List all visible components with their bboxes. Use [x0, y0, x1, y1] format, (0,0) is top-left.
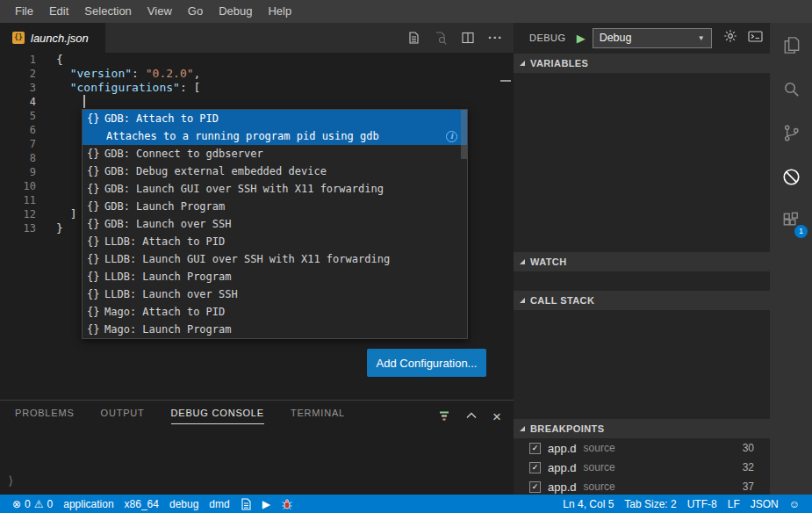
start-debug-icon[interactable]: ▶ [577, 32, 586, 45]
chevron-down-icon: ▼ [698, 34, 705, 42]
snippet-icon: {} [87, 271, 104, 283]
debug-icon[interactable] [770, 155, 812, 199]
suggestion-item[interactable]: {}LLDB: Attach to PID [83, 233, 467, 250]
status-left: ⊗ 0 ⚠ 0 application x86_64 debug dmd ▶ [7, 495, 298, 513]
eol[interactable]: LF [722, 495, 745, 513]
panel-tab-bar: PROBLEMS OUTPUT DEBUG CONSOLE TERMINAL [0, 401, 514, 424]
encoding[interactable]: UTF-8 [682, 495, 722, 513]
section-watch[interactable]: WATCH [514, 252, 770, 271]
status-right: Ln 4, Col 5 Tab Size: 2 UTF-8 LF JSON ☺ [557, 495, 805, 513]
section-variables[interactable]: VARIABLES [514, 54, 770, 73]
more-actions-icon[interactable]: ··· [488, 31, 503, 45]
breakpoint-row[interactable]: ✓ app.d source 30 [514, 438, 770, 458]
code-line: 1 { [0, 53, 514, 67]
breakpoint-row[interactable]: ✓ app.d source 37 [514, 477, 770, 495]
snippet-icon: {} [87, 183, 104, 195]
status-build-type[interactable]: debug [164, 495, 204, 513]
expand-twisty-icon [520, 259, 525, 264]
debug-sidebar: DEBUG ▶ Debug ▼ VARIABLES WATCH CALL STA… [514, 23, 770, 495]
info-icon[interactable]: i [446, 131, 457, 142]
search-preview-icon[interactable] [434, 31, 448, 45]
breakpoint-checkbox[interactable]: ✓ [529, 462, 541, 473]
expand-twisty-icon [520, 298, 525, 303]
suggestion-item[interactable]: {}GDB: Connect to gdbserver [83, 145, 467, 163]
suggest-scrollbar[interactable] [461, 110, 467, 159]
open-file-icon[interactable] [406, 31, 420, 45]
maximize-panel-icon[interactable] [464, 408, 478, 426]
intellisense-suggest-widget: {} GDB: Attach to PID Attaches to a runn… [82, 109, 468, 339]
debug-console-icon[interactable] [748, 30, 763, 47]
suggestion-item[interactable]: {}LLDB: Launch Program [83, 268, 467, 285]
editor-tab-bar: {} launch.json ··· [0, 23, 514, 53]
warning-icon: ⚠ [34, 498, 44, 510]
expand-twisty-icon [520, 426, 525, 431]
status-arch[interactable]: x86_64 [119, 495, 164, 513]
tab-terminal[interactable]: TERMINAL [291, 408, 345, 424]
menu-debug[interactable]: Debug [211, 0, 260, 23]
cursor-position[interactable]: Ln 4, Col 5 [557, 495, 619, 513]
suggestion-label: GDB: Attach to PID [104, 112, 219, 125]
explorer-icon[interactable] [770, 23, 812, 67]
suggestion-item[interactable]: {}GDB: Launch over SSH [83, 215, 467, 233]
section-breakpoints[interactable]: BREAKPOINTS [514, 419, 770, 438]
docs-icon[interactable] [235, 495, 257, 513]
breakpoint-row[interactable]: ✓ app.d source 32 [514, 458, 770, 477]
source-control-icon[interactable] [770, 111, 812, 155]
tab-problems[interactable]: PROBLEMS [15, 408, 75, 424]
split-editor-icon[interactable] [461, 31, 475, 45]
menu-file[interactable]: File [7, 0, 41, 23]
expand-twisty-icon [520, 61, 525, 66]
menu-help[interactable]: Help [260, 0, 299, 23]
menu-view[interactable]: View [140, 0, 180, 23]
status-application[interactable]: application [58, 495, 119, 513]
problems-status[interactable]: ⊗ 0 ⚠ 0 [7, 495, 58, 513]
overview-ruler-marker [500, 80, 511, 82]
close-panel-icon[interactable]: × [492, 411, 501, 423]
tab-launch-json[interactable]: {} launch.json [0, 23, 105, 53]
suggestion-item[interactable]: {}Mago: Attach to PID [83, 303, 467, 321]
status-compiler[interactable]: dmd [204, 495, 234, 513]
tab-output[interactable]: OUTPUT [101, 408, 145, 424]
menu-selection[interactable]: Selection [76, 0, 139, 23]
suggestion-item[interactable]: {}Mago: Launch Program [83, 321, 467, 338]
run-icon[interactable]: ▶ [257, 495, 276, 513]
menu-edit[interactable]: Edit [41, 0, 76, 23]
json-file-icon: {} [12, 32, 25, 44]
breakpoint-checkbox[interactable]: ✓ [529, 481, 541, 493]
suggestion-item[interactable]: {}LLDB: Launch GUI over SSH with X11 for… [83, 250, 467, 268]
section-call-stack[interactable]: CALL STACK [514, 291, 770, 310]
feedback-smiley-icon[interactable]: ☺ [784, 495, 805, 513]
status-bar: ⊗ 0 ⚠ 0 application x86_64 debug dmd ▶ L… [0, 495, 812, 513]
extensions-badge: 1 [794, 225, 808, 238]
suggestion-item[interactable]: {}LLDB: Launch over SSH [83, 285, 467, 303]
suggestion-item-selected[interactable]: {} GDB: Attach to PID [83, 110, 467, 127]
breakpoints-list: ✓ app.d source 30 ✓ app.d source 32 ✓ ap… [514, 438, 770, 495]
configure-gear-icon[interactable] [723, 29, 737, 47]
suggestion-item[interactable]: {}GDB: Launch GUI over SSH with X11 forw… [83, 180, 467, 198]
search-icon[interactable] [770, 67, 812, 111]
snippet-icon: {} [87, 112, 104, 125]
debug-configuration-dropdown[interactable]: Debug ▼ [593, 28, 712, 48]
filter-icon[interactable] [438, 409, 450, 426]
tab-size[interactable]: Tab Size: 2 [619, 495, 681, 513]
tab-debug-console[interactable]: DEBUG CONSOLE [171, 408, 264, 424]
menu-go[interactable]: Go [180, 0, 211, 23]
suggestion-item[interactable]: {}GDB: Launch Program [83, 198, 467, 215]
extensions-icon[interactable]: 1 [770, 199, 812, 242]
language-mode[interactable]: JSON [745, 495, 784, 513]
activity-bar: 1 [770, 23, 812, 495]
snippet-icon: {} [87, 288, 104, 300]
editor-actions: ··· [406, 23, 514, 53]
error-icon: ⊗ [12, 498, 21, 510]
bug-icon[interactable] [276, 495, 298, 513]
suggestion-detail: Attaches to a running program pid using … [83, 127, 467, 145]
sidebar-title: DEBUG [529, 33, 566, 43]
bottom-panel: PROBLEMS OUTPUT DEBUG CONSOLE TERMINAL ×… [0, 400, 514, 495]
suggestion-item[interactable]: {}GDB: Debug external embedded device [83, 163, 467, 180]
debug-console-prompt[interactable]: ⟩ [7, 473, 14, 488]
code-line: 3 "configurations": [ [0, 81, 514, 95]
add-configuration-button[interactable]: Add Configuration... [367, 349, 486, 377]
snippet-icon: {} [87, 323, 104, 336]
snippet-icon: {} [87, 165, 104, 177]
breakpoint-checkbox[interactable]: ✓ [529, 443, 541, 454]
